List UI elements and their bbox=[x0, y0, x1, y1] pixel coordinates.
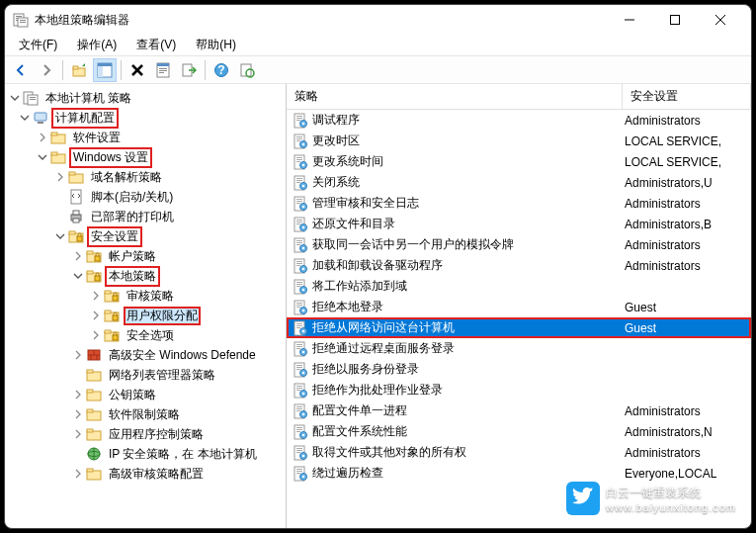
expander-icon[interactable] bbox=[70, 406, 86, 422]
expander-icon[interactable] bbox=[88, 308, 104, 323]
tree-node[interactable]: IP 安全策略，在 本地计算机 bbox=[5, 444, 286, 464]
expander-icon[interactable] bbox=[7, 90, 23, 106]
policy-name: 拒绝以服务身份登录 bbox=[312, 361, 625, 378]
tree-node[interactable]: 本地策略 bbox=[5, 266, 286, 286]
expander-icon[interactable] bbox=[70, 466, 86, 482]
column-policy[interactable]: 策略 bbox=[287, 84, 623, 109]
list-body[interactable]: 调试程序Administrators更改时区LOCAL SERVICE,更改系统… bbox=[287, 110, 751, 528]
menu-file[interactable]: 文件(F) bbox=[11, 35, 65, 55]
list-row[interactable]: 配置文件单一进程Administrators bbox=[287, 400, 751, 421]
list-row[interactable]: 获取同一会话中另一个用户的模拟令牌Administrators bbox=[287, 234, 751, 255]
list-row[interactable]: 更改时区LOCAL SERVICE, bbox=[287, 131, 751, 151]
list-row[interactable]: 拒绝从网络访问这台计算机Guest bbox=[287, 317, 751, 338]
refresh-button[interactable] bbox=[235, 58, 259, 82]
svg-rect-99 bbox=[296, 178, 302, 179]
tree-node[interactable]: 应用程序控制策略 bbox=[5, 424, 286, 444]
tree-node[interactable]: 网络列表管理器策略 bbox=[5, 365, 286, 385]
expander-icon[interactable] bbox=[70, 387, 86, 402]
list-row[interactable]: 绕过遍历检查Everyone,LOCAL bbox=[287, 463, 751, 484]
tree-node[interactable]: 已部署的打印机 bbox=[5, 207, 286, 226]
help-button[interactable]: ? bbox=[210, 58, 233, 82]
toolbar: ? bbox=[5, 56, 751, 84]
tree-node[interactable]: 审核策略 bbox=[5, 286, 286, 306]
list-row[interactable]: 配置文件系统性能Administrators,N bbox=[287, 421, 751, 442]
expander-icon[interactable] bbox=[35, 130, 50, 145]
menu-view[interactable]: 查看(V) bbox=[128, 35, 184, 55]
folder-icon bbox=[86, 367, 102, 383]
toolbar-separator bbox=[121, 60, 122, 80]
tree-node[interactable]: 脚本(启动/关机) bbox=[5, 187, 286, 207]
expander-icon[interactable] bbox=[52, 228, 68, 244]
expander-icon[interactable] bbox=[70, 426, 86, 442]
list-row[interactable]: 将工作站添加到域 bbox=[287, 276, 751, 297]
list-row[interactable]: 调试程序Administrators bbox=[287, 110, 751, 131]
policy-setting: Administrators bbox=[625, 259, 751, 273]
export-button[interactable] bbox=[177, 58, 201, 82]
expander-icon[interactable] bbox=[17, 110, 33, 126]
list-row[interactable]: 加载和卸载设备驱动程序Administrators bbox=[287, 255, 751, 276]
tree-node[interactable]: 本地计算机 策略 bbox=[5, 88, 286, 108]
minimize-button[interactable] bbox=[607, 5, 652, 35]
tree-pane[interactable]: 本地计算机 策略计算机配置软件设置Windows 设置域名解析策略脚本(启动/关… bbox=[5, 84, 287, 528]
policy-name: 拒绝从网络访问这台计算机 bbox=[312, 319, 625, 336]
menu-help[interactable]: 帮助(H) bbox=[188, 35, 244, 55]
tree-node[interactable]: 软件设置 bbox=[5, 128, 286, 147]
list-row[interactable]: 拒绝通过远程桌面服务登录 bbox=[287, 338, 751, 359]
list-row[interactable]: 拒绝作为批处理作业登录 bbox=[287, 380, 751, 400]
close-button[interactable] bbox=[698, 5, 743, 35]
svg-rect-101 bbox=[296, 182, 300, 183]
policy-name: 将工作站添加到域 bbox=[312, 278, 625, 295]
tree-node[interactable]: 用户权限分配 bbox=[5, 306, 286, 325]
tree-node[interactable]: 域名解析策略 bbox=[5, 167, 286, 187]
list-row[interactable]: 取得文件或其他对象的所有权Administrators bbox=[287, 442, 751, 463]
svg-rect-112 bbox=[296, 222, 302, 222]
expander-icon[interactable] bbox=[70, 268, 86, 284]
list-row[interactable]: 关闭系统Administrators,U bbox=[287, 172, 751, 193]
expander-icon[interactable] bbox=[70, 248, 86, 264]
expander-icon[interactable] bbox=[88, 288, 104, 304]
tree-node[interactable]: 高级审核策略配置 bbox=[5, 464, 286, 484]
tree-label: 公钥策略 bbox=[106, 386, 159, 404]
expander-icon[interactable] bbox=[88, 327, 104, 343]
app-icon bbox=[13, 12, 29, 28]
menu-action[interactable]: 操作(A) bbox=[69, 35, 125, 55]
svg-rect-82 bbox=[296, 118, 302, 119]
properties-button[interactable] bbox=[151, 58, 175, 82]
svg-rect-81 bbox=[296, 116, 302, 117]
tree-label: Windows 设置 bbox=[70, 148, 151, 167]
expander-icon[interactable] bbox=[52, 169, 68, 185]
svg-rect-31 bbox=[30, 99, 36, 100]
svg-rect-154 bbox=[296, 367, 302, 368]
expander-icon[interactable] bbox=[70, 446, 86, 462]
maximize-button[interactable] bbox=[652, 5, 698, 35]
column-setting[interactable]: 安全设置 bbox=[623, 84, 751, 109]
expander-icon[interactable] bbox=[70, 367, 86, 383]
tree-node[interactable]: 帐户策略 bbox=[5, 246, 286, 266]
list-row[interactable]: 拒绝本地登录Guest bbox=[287, 297, 751, 317]
policy-name: 拒绝作为批处理作业登录 bbox=[312, 382, 625, 399]
up-button[interactable] bbox=[67, 58, 91, 82]
tree-node[interactable]: 安全设置 bbox=[5, 226, 286, 246]
tree-node[interactable]: Windows 设置 bbox=[5, 147, 286, 167]
folder-icon bbox=[86, 426, 102, 442]
list-row[interactable]: 拒绝以服务身份登录 bbox=[287, 359, 751, 380]
tree-node[interactable]: 安全选项 bbox=[5, 325, 286, 345]
svg-rect-22 bbox=[159, 72, 164, 73]
tree-node[interactable]: 公钥策略 bbox=[5, 385, 286, 404]
expander-icon[interactable] bbox=[52, 209, 68, 224]
delete-button[interactable] bbox=[126, 58, 149, 82]
show-tree-button[interactable] bbox=[93, 58, 117, 82]
tree-node[interactable]: 软件限制策略 bbox=[5, 404, 286, 424]
tree-node[interactable]: 高级安全 Windows Defende bbox=[5, 345, 286, 365]
expander-icon[interactable] bbox=[52, 189, 68, 205]
forward-button[interactable] bbox=[35, 58, 58, 82]
expander-icon[interactable] bbox=[35, 149, 50, 165]
policy-name: 加载和卸载设备驱动程序 bbox=[312, 257, 625, 274]
list-row[interactable]: 还原文件和目录Administrators,B bbox=[287, 214, 751, 234]
svg-rect-55 bbox=[113, 296, 118, 301]
tree-node[interactable]: 计算机配置 bbox=[5, 108, 286, 128]
list-row[interactable]: 更改系统时间LOCAL SERVICE, bbox=[287, 151, 751, 172]
list-row[interactable]: 管理审核和安全日志Administrators bbox=[287, 193, 751, 214]
expander-icon[interactable] bbox=[70, 347, 86, 363]
back-button[interactable] bbox=[9, 58, 33, 82]
